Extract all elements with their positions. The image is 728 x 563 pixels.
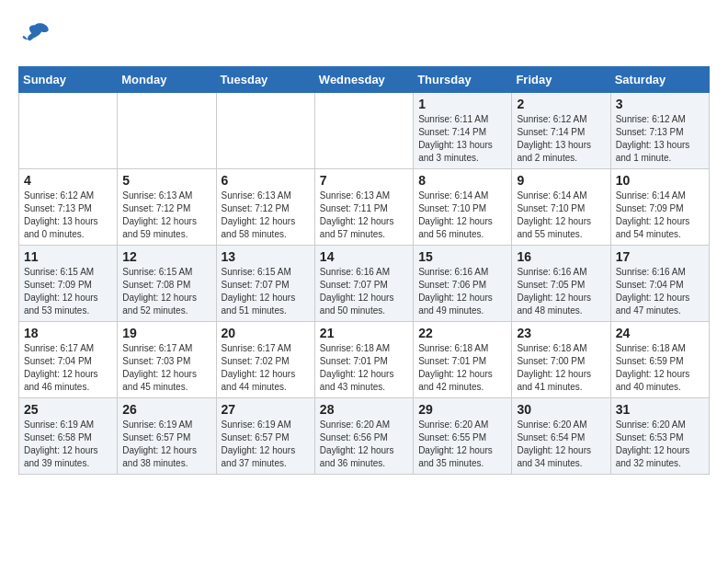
day-info: Sunrise: 6:12 AM Sunset: 7:14 PM Dayligh… (517, 113, 605, 165)
day-number: 23 (517, 326, 605, 340)
day-of-week-header: Monday (118, 67, 216, 93)
day-number: 29 (418, 402, 506, 417)
day-info: Sunrise: 6:16 AM Sunset: 7:06 PM Dayligh… (418, 266, 506, 317)
day-number: 6 (222, 173, 310, 188)
day-number: 31 (616, 402, 704, 417)
calendar-cell: 5Sunrise: 6:13 AM Sunset: 7:12 PM Daylig… (118, 169, 216, 246)
calendar-cell: 7Sunrise: 6:13 AM Sunset: 7:11 PM Daylig… (314, 169, 413, 246)
day-info: Sunrise: 6:12 AM Sunset: 7:13 PM Dayligh… (24, 190, 112, 241)
calendar-cell (118, 93, 216, 169)
calendar-cell: 18Sunrise: 6:17 AM Sunset: 7:04 PM Dayli… (19, 322, 118, 398)
day-number: 4 (24, 173, 112, 188)
logo (18, 18, 57, 52)
day-info: Sunrise: 6:15 AM Sunset: 7:08 PM Dayligh… (122, 266, 210, 317)
calendar-cell: 19Sunrise: 6:17 AM Sunset: 7:03 PM Dayli… (118, 322, 216, 398)
day-of-week-header: Tuesday (216, 67, 314, 93)
day-number: 2 (517, 97, 605, 111)
calendar-cell (314, 93, 413, 169)
day-number: 26 (122, 402, 210, 417)
calendar-cell: 15Sunrise: 6:16 AM Sunset: 7:06 PM Dayli… (414, 246, 512, 322)
calendar-cell: 26Sunrise: 6:19 AM Sunset: 6:57 PM Dayli… (118, 398, 216, 475)
calendar-week-row: 1Sunrise: 6:11 AM Sunset: 7:14 PM Daylig… (19, 93, 710, 169)
day-number: 3 (616, 97, 704, 111)
day-info: Sunrise: 6:14 AM Sunset: 7:09 PM Dayligh… (616, 190, 704, 241)
calendar-cell: 27Sunrise: 6:19 AM Sunset: 6:57 PM Dayli… (216, 398, 314, 475)
day-info: Sunrise: 6:20 AM Sunset: 6:53 PM Dayligh… (616, 419, 704, 470)
calendar-cell: 21Sunrise: 6:18 AM Sunset: 7:01 PM Dayli… (314, 322, 413, 398)
day-info: Sunrise: 6:17 AM Sunset: 7:03 PM Dayligh… (122, 342, 210, 394)
day-info: Sunrise: 6:18 AM Sunset: 7:01 PM Dayligh… (320, 342, 408, 394)
day-number: 12 (122, 249, 210, 264)
day-info: Sunrise: 6:19 AM Sunset: 6:58 PM Dayligh… (24, 419, 112, 470)
calendar-cell (19, 93, 118, 169)
day-info: Sunrise: 6:16 AM Sunset: 7:04 PM Dayligh… (616, 266, 704, 317)
day-number: 1 (418, 97, 506, 111)
day-info: Sunrise: 6:19 AM Sunset: 6:57 PM Dayligh… (222, 419, 310, 470)
calendar-table: SundayMondayTuesdayWednesdayThursdayFrid… (18, 66, 710, 475)
page-header (18, 18, 710, 52)
day-info: Sunrise: 6:13 AM Sunset: 7:11 PM Dayligh… (320, 190, 408, 241)
day-info: Sunrise: 6:14 AM Sunset: 7:10 PM Dayligh… (517, 190, 605, 241)
calendar-cell: 30Sunrise: 6:20 AM Sunset: 6:54 PM Dayli… (512, 398, 610, 475)
calendar-cell: 6Sunrise: 6:13 AM Sunset: 7:12 PM Daylig… (216, 169, 314, 246)
calendar-week-row: 4Sunrise: 6:12 AM Sunset: 7:13 PM Daylig… (19, 169, 710, 246)
day-info: Sunrise: 6:13 AM Sunset: 7:12 PM Dayligh… (122, 190, 210, 241)
calendar-cell: 13Sunrise: 6:15 AM Sunset: 7:07 PM Dayli… (216, 246, 314, 322)
day-info: Sunrise: 6:15 AM Sunset: 7:07 PM Dayligh… (222, 266, 310, 317)
logo-icon (18, 18, 51, 52)
calendar-cell: 2Sunrise: 6:12 AM Sunset: 7:14 PM Daylig… (512, 93, 610, 169)
calendar-cell: 16Sunrise: 6:16 AM Sunset: 7:05 PM Dayli… (512, 246, 610, 322)
day-info: Sunrise: 6:12 AM Sunset: 7:13 PM Dayligh… (616, 113, 704, 165)
calendar-cell: 25Sunrise: 6:19 AM Sunset: 6:58 PM Dayli… (19, 398, 118, 475)
day-info: Sunrise: 6:15 AM Sunset: 7:09 PM Dayligh… (24, 266, 112, 317)
day-number: 10 (616, 173, 704, 188)
day-number: 21 (320, 326, 408, 340)
calendar-cell: 10Sunrise: 6:14 AM Sunset: 7:09 PM Dayli… (610, 169, 709, 246)
day-info: Sunrise: 6:20 AM Sunset: 6:56 PM Dayligh… (320, 419, 408, 470)
day-number: 14 (320, 249, 408, 264)
day-number: 17 (616, 249, 704, 264)
day-number: 7 (320, 173, 408, 188)
day-number: 11 (24, 249, 112, 264)
calendar-cell: 3Sunrise: 6:12 AM Sunset: 7:13 PM Daylig… (610, 93, 709, 169)
day-info: Sunrise: 6:18 AM Sunset: 7:00 PM Dayligh… (517, 342, 605, 394)
day-number: 8 (418, 173, 506, 188)
day-number: 28 (320, 402, 408, 417)
calendar-cell: 20Sunrise: 6:17 AM Sunset: 7:02 PM Dayli… (216, 322, 314, 398)
day-info: Sunrise: 6:18 AM Sunset: 7:01 PM Dayligh… (418, 342, 506, 394)
day-info: Sunrise: 6:20 AM Sunset: 6:55 PM Dayligh… (418, 419, 506, 470)
day-number: 30 (517, 402, 605, 417)
day-info: Sunrise: 6:20 AM Sunset: 6:54 PM Dayligh… (517, 419, 605, 470)
calendar-cell: 9Sunrise: 6:14 AM Sunset: 7:10 PM Daylig… (512, 169, 610, 246)
calendar-cell: 28Sunrise: 6:20 AM Sunset: 6:56 PM Dayli… (314, 398, 413, 475)
calendar-cell: 12Sunrise: 6:15 AM Sunset: 7:08 PM Dayli… (118, 246, 216, 322)
calendar-cell: 23Sunrise: 6:18 AM Sunset: 7:00 PM Dayli… (512, 322, 610, 398)
day-info: Sunrise: 6:11 AM Sunset: 7:14 PM Dayligh… (418, 113, 506, 165)
day-info: Sunrise: 6:16 AM Sunset: 7:05 PM Dayligh… (517, 266, 605, 317)
day-number: 25 (24, 402, 112, 417)
calendar-cell: 14Sunrise: 6:16 AM Sunset: 7:07 PM Dayli… (314, 246, 413, 322)
calendar-cell: 4Sunrise: 6:12 AM Sunset: 7:13 PM Daylig… (19, 169, 118, 246)
day-info: Sunrise: 6:14 AM Sunset: 7:10 PM Dayligh… (418, 190, 506, 241)
day-info: Sunrise: 6:13 AM Sunset: 7:12 PM Dayligh… (222, 190, 310, 241)
calendar-cell: 17Sunrise: 6:16 AM Sunset: 7:04 PM Dayli… (610, 246, 709, 322)
day-of-week-header: Thursday (414, 67, 512, 93)
day-number: 9 (517, 173, 605, 188)
calendar-cell: 1Sunrise: 6:11 AM Sunset: 7:14 PM Daylig… (414, 93, 512, 169)
day-number: 16 (517, 249, 605, 264)
calendar-cell: 29Sunrise: 6:20 AM Sunset: 6:55 PM Dayli… (414, 398, 512, 475)
calendar-cell: 11Sunrise: 6:15 AM Sunset: 7:09 PM Dayli… (19, 246, 118, 322)
day-info: Sunrise: 6:17 AM Sunset: 7:02 PM Dayligh… (222, 342, 310, 394)
day-info: Sunrise: 6:16 AM Sunset: 7:07 PM Dayligh… (320, 266, 408, 317)
calendar-cell: 22Sunrise: 6:18 AM Sunset: 7:01 PM Dayli… (414, 322, 512, 398)
day-number: 27 (222, 402, 310, 417)
day-number: 18 (24, 326, 112, 340)
day-number: 22 (418, 326, 506, 340)
day-number: 13 (222, 249, 310, 264)
day-of-week-header: Friday (512, 67, 610, 93)
calendar-cell: 8Sunrise: 6:14 AM Sunset: 7:10 PM Daylig… (414, 169, 512, 246)
day-number: 5 (122, 173, 210, 188)
day-of-week-header: Wednesday (314, 67, 413, 93)
calendar-cell: 31Sunrise: 6:20 AM Sunset: 6:53 PM Dayli… (610, 398, 709, 475)
day-info: Sunrise: 6:18 AM Sunset: 6:59 PM Dayligh… (616, 342, 704, 394)
